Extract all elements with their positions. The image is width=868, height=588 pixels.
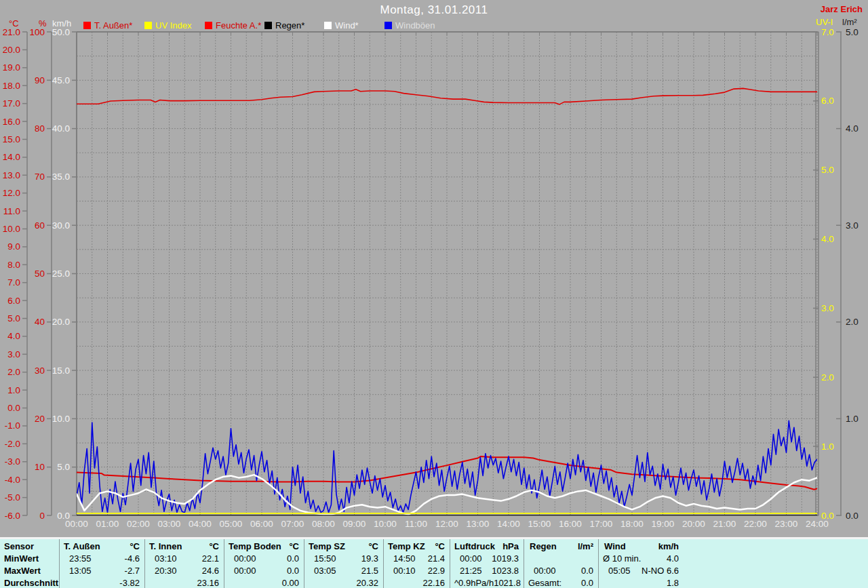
column-header: Regenl/m²: [524, 541, 599, 553]
column-header: T. Innen°C: [145, 541, 224, 553]
min-value: 00:000.0: [224, 553, 304, 565]
svg-text:5.0: 5.0: [7, 313, 20, 324]
value-cell: 1019.3: [492, 553, 524, 565]
svg-text:45.0: 45.0: [52, 75, 70, 85]
series-feuchte: [77, 88, 817, 104]
svg-text:17:00: 17:00: [590, 519, 613, 529]
svg-text:03:00: 03:00: [158, 519, 181, 529]
svg-text:01:00: 01:00: [96, 519, 119, 529]
legend-label: UV Index: [155, 20, 191, 31]
value-cell: 20.32: [356, 577, 384, 588]
svg-text:3.0: 3.0: [821, 303, 834, 313]
min-value: 23:55-4.6: [60, 553, 145, 565]
stats-column-regen: Regenl/m²00:000.0Gesamt:0.0: [524, 539, 599, 588]
svg-text:40.0: 40.0: [52, 123, 70, 134]
svg-text:15.0: 15.0: [3, 134, 20, 144]
legend-swatch: [264, 22, 272, 29]
value-cell: 22.1: [202, 553, 224, 565]
svg-text:24:00: 24:00: [806, 519, 829, 529]
svg-text:20:00: 20:00: [682, 519, 705, 529]
value-cell: 21.5: [361, 565, 384, 577]
time-cell: 23:55: [60, 553, 92, 565]
right-axis-labels: 7.06.05.04.03.02.01.00.05.04.03.02.01.00…: [813, 27, 859, 521]
svg-text:11.0: 11.0: [3, 206, 20, 216]
value-cell: 1021.8: [494, 577, 526, 588]
time-cell: [524, 553, 534, 565]
chart-legend: T. Außen*UV IndexFeuchte A.*Regen*Wind*W…: [0, 20, 868, 31]
svg-text:18.0: 18.0: [3, 81, 20, 91]
sensor-unit: °C: [289, 541, 304, 553]
sensor-name: Temp SZ: [304, 541, 345, 553]
svg-text:14.0: 14.0: [3, 152, 20, 162]
time-cell: [599, 577, 608, 588]
svg-text:08:00: 08:00: [312, 519, 335, 529]
svg-text:5.0: 5.0: [821, 165, 834, 175]
legend-swatch: [324, 22, 332, 29]
stats-column-wind: Windkm/hØ 10 min.4.005:05N-NO 6.61.8: [598, 539, 684, 588]
time-cell: 15:50: [304, 553, 336, 565]
user-name: Jarz Erich: [732, 4, 863, 14]
svg-text:09:00: 09:00: [343, 519, 366, 529]
time-cell: 00:00: [224, 553, 256, 565]
max-value: 13:05-2.7: [60, 565, 145, 577]
svg-text:30: 30: [35, 366, 45, 376]
value-cell: 0.00: [282, 577, 304, 588]
svg-text:14:00: 14:00: [497, 519, 520, 529]
stats-column-luftdruck: LuftdruckhPa00:001019.321:251023.8^0.9hP…: [450, 539, 524, 588]
sensor-unit: l/m²: [578, 541, 599, 553]
sensor-name: T. Außen: [60, 541, 100, 553]
svg-text:07:00: 07:00: [281, 519, 304, 529]
axis-lines: [27, 32, 841, 515]
svg-text:10: 10: [35, 462, 45, 472]
time-cell: 00:00: [224, 565, 256, 577]
avg-value: 1.8: [599, 577, 684, 588]
svg-text:15.0: 15.0: [52, 366, 70, 376]
chart-canvas: 21.020.019.018.017.016.015.014.013.012.0…: [0, 0, 868, 539]
svg-text:10.0: 10.0: [52, 414, 70, 424]
time-cell: ^0.9hPa/h: [450, 577, 494, 588]
stats-column-t-außen: T. Außen°C23:55-4.613:05-2.7-3.82: [59, 539, 145, 588]
sensor-name: Luftdruck: [450, 541, 495, 553]
avg-value: 23.16: [145, 577, 224, 588]
svg-text:80: 80: [35, 123, 45, 134]
column-header: Temp Boden°C: [224, 541, 304, 553]
min-value: 14:5021.4: [384, 553, 450, 565]
value-cell: 19.3: [361, 553, 384, 565]
stats-column-t-innen: T. Innen°C03:1022.120:3024.623.16: [144, 539, 224, 588]
column-header: Windkm/h: [599, 541, 684, 553]
avg-value: 0.00: [224, 577, 304, 588]
legend-swatch: [205, 22, 212, 29]
svg-text:70: 70: [35, 172, 45, 182]
legend-label: Feuchte A.*: [216, 20, 261, 31]
svg-text:3.0: 3.0: [846, 220, 859, 231]
time-cell: Ø 10 min.: [599, 553, 641, 565]
value-cell: 0.0: [581, 565, 599, 577]
svg-text:2.0: 2.0: [846, 317, 859, 327]
sensor-name: Temp Boden: [224, 541, 281, 553]
sensor-unit: °C: [209, 541, 224, 553]
time-cell: 03:10: [145, 553, 177, 565]
sensor-name: T. Innen: [145, 541, 182, 553]
avg-value: Gesamt:0.0: [524, 577, 599, 588]
svg-text:2.0: 2.0: [821, 372, 834, 383]
row-label: Sensor: [0, 541, 59, 553]
legend-swatch: [144, 22, 152, 29]
svg-text:12.0: 12.0: [3, 188, 20, 198]
time-cell: 03:05: [304, 565, 336, 577]
legend-label: Windböen: [395, 20, 435, 31]
svg-text:50: 50: [35, 269, 45, 279]
time-cell: 00:10: [384, 565, 416, 577]
svg-text:35.0: 35.0: [52, 172, 70, 182]
svg-text:6.0: 6.0: [821, 96, 834, 106]
svg-text:6.0: 6.0: [7, 296, 20, 306]
value-cell: 22.16: [422, 577, 450, 588]
min-value: Ø 10 min.4.0: [599, 553, 684, 565]
column-header: Temp SZ°C: [304, 541, 384, 553]
svg-text:7.0: 7.0: [7, 277, 20, 288]
svg-text:1.0: 1.0: [846, 414, 859, 424]
sensor-unit: °C: [130, 541, 145, 553]
sensor-name: Regen: [524, 541, 557, 553]
legend-label: T. Außen*: [94, 20, 132, 31]
svg-text:0.0: 0.0: [846, 511, 859, 521]
left-axis-labels: 21.020.019.018.017.016.015.014.013.012.0…: [3, 27, 77, 521]
